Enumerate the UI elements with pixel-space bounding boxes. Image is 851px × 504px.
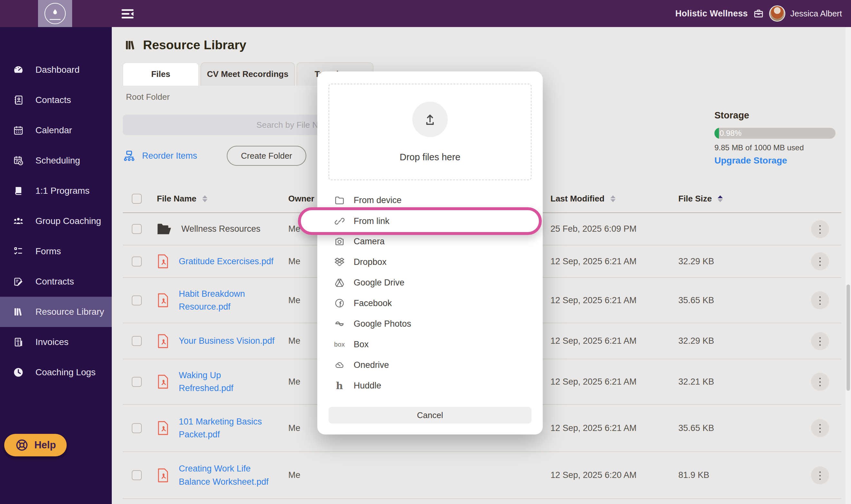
file-link[interactable]: Waking Up Refreshed.pdf <box>179 369 269 395</box>
pdf-icon <box>156 292 170 308</box>
file-link[interactable]: Habit Breakdown Resource.pdf <box>179 287 269 313</box>
file-link[interactable]: Your Business Vision.pdf <box>179 335 274 347</box>
option-box[interactable]: box Box <box>317 334 543 355</box>
option-dropbox[interactable]: Dropbox <box>317 252 543 272</box>
sidebar-toggle-icon[interactable] <box>121 8 134 19</box>
sort-icon-last-modified[interactable] <box>610 195 615 202</box>
option-facebook[interactable]: Facebook <box>317 293 543 313</box>
modified-cell: 12 Sep, 2025 6:21 AM <box>551 336 678 346</box>
sidebar-item-one-on-one-programs[interactable]: 1:1 Programs <box>0 176 112 206</box>
resource-library-icon <box>124 38 137 52</box>
option-label: Google Drive <box>354 278 404 288</box>
row-menu-button[interactable]: ⋮ <box>811 466 829 484</box>
cancel-button[interactable]: Cancel <box>329 407 532 424</box>
row-menu-button[interactable]: ⋮ <box>811 252 829 270</box>
modified-cell: 12 Sep, 2025 6:21 AM <box>551 295 678 305</box>
app-window: Holistic Wellness Jessica Albert Dashboa… <box>0 0 851 504</box>
invoices-icon: $ <box>12 336 24 348</box>
sidebar-item-forms[interactable]: Forms <box>0 236 112 267</box>
folder-name[interactable]: Wellness Resources <box>181 222 261 236</box>
sidebar-item-label: Forms <box>35 246 61 256</box>
facebook-icon <box>334 298 345 309</box>
sidebar-item-label: 1:1 Programs <box>35 186 89 196</box>
row-menu-button[interactable]: ⋮ <box>811 291 829 309</box>
row-checkbox[interactable] <box>132 295 142 305</box>
pdf-icon <box>156 374 170 390</box>
column-header-file-name[interactable]: File Name <box>151 194 288 204</box>
storage-progress-bar: 0.98% <box>714 128 836 139</box>
select-all-checkbox[interactable] <box>132 194 142 204</box>
link-icon <box>334 215 345 227</box>
sidebar-item-dashboard[interactable]: Dashboard <box>0 55 112 85</box>
tab-files[interactable]: Files <box>123 62 199 86</box>
pdf-icon <box>156 254 170 269</box>
option-label: From device <box>354 195 402 205</box>
pdf-icon <box>156 334 170 349</box>
from-link-label: From link <box>354 216 389 226</box>
create-folder-button[interactable]: Create Folder <box>227 146 306 166</box>
sort-icon-file-name[interactable] <box>202 195 207 202</box>
size-cell: 32.29 KB <box>678 256 780 267</box>
sidebar-item-invoices[interactable]: $ Invoices <box>0 327 112 357</box>
column-header-file-size[interactable]: File Size <box>678 194 780 204</box>
row-menu-button[interactable]: ⋮ <box>811 419 829 437</box>
user-avatar[interactable] <box>769 5 785 21</box>
page-title: Resource Library <box>124 38 246 52</box>
create-folder-label: Create Folder <box>241 151 292 161</box>
option-google-drive[interactable]: Google Drive <box>317 272 543 293</box>
reorder-icon <box>123 149 136 162</box>
row-checkbox[interactable] <box>132 336 142 346</box>
resource-library-icon <box>12 306 24 318</box>
row-menu-button[interactable]: ⋮ <box>811 373 829 391</box>
sidebar-item-scheduling[interactable]: Scheduling <box>0 145 112 176</box>
sort-icon-file-size[interactable] <box>718 195 723 202</box>
storage-title: Storage <box>714 110 837 121</box>
table-row: Creating Work Life Balance Worksheet.pdf… <box>123 452 841 499</box>
file-link[interactable]: Creating Work Life Balance Worksheet.pdf <box>179 462 269 488</box>
row-menu-button[interactable]: ⋮ <box>811 332 829 350</box>
sidebar-item-contracts[interactable]: Contracts <box>0 267 112 297</box>
google-photos-icon <box>334 318 345 329</box>
from-link-highlight[interactable]: From link <box>298 207 542 235</box>
row-checkbox[interactable] <box>132 470 142 480</box>
breadcrumb: Root Folder <box>126 92 170 102</box>
brand-logo[interactable] <box>38 0 72 27</box>
option-google-photos[interactable]: Google Photos <box>317 313 543 334</box>
pdf-icon <box>156 468 170 483</box>
page-scrollbar[interactable] <box>846 27 851 504</box>
sidebar-item-group-coaching[interactable]: Group Coaching <box>0 206 112 236</box>
sidebar-item-resource-library[interactable]: Resource Library <box>0 297 112 327</box>
upgrade-storage-link[interactable]: Upgrade Storage <box>714 156 837 166</box>
file-link[interactable]: Gratitude Excercises.pdf <box>179 255 274 268</box>
reorder-items-button[interactable]: Reorder Items <box>123 149 197 162</box>
dashboard-icon <box>12 64 24 76</box>
dropzone[interactable]: Drop files here <box>329 84 532 180</box>
column-header-last-modified[interactable]: Last Modified <box>551 194 678 204</box>
row-checkbox[interactable] <box>132 377 142 387</box>
row-menu-button[interactable]: ⋮ <box>811 220 829 238</box>
sidebar-item-contacts[interactable]: Contacts <box>0 85 112 115</box>
modified-cell: 12 Sep, 2025 6:21 AM <box>551 256 678 267</box>
briefcase-icon[interactable] <box>753 8 764 19</box>
modified-cell: 12 Sep, 2025 6:21 AM <box>551 423 678 433</box>
option-huddle[interactable]: h Huddle <box>317 375 543 396</box>
box-icon: box <box>334 339 345 350</box>
row-checkbox[interactable] <box>132 224 142 234</box>
help-button[interactable]: Help <box>4 434 67 456</box>
option-label: Onedrive <box>354 360 389 370</box>
clock-icon <box>12 366 24 378</box>
tab-cv-meet-recordings[interactable]: CV Meet Recordings <box>201 62 295 86</box>
onedrive-icon <box>334 359 345 371</box>
sidebar-item-label: Contacts <box>35 95 71 105</box>
lifebuoy-icon <box>15 438 29 452</box>
file-link[interactable]: 101 Marketing Basics Packet.pdf <box>179 415 269 441</box>
contracts-icon <box>12 275 24 288</box>
sidebar-item-coaching-logs[interactable]: Coaching Logs <box>0 357 112 388</box>
row-checkbox[interactable] <box>132 256 142 267</box>
sidebar-item-calendar[interactable]: Calendar <box>0 115 112 145</box>
row-checkbox[interactable] <box>132 423 142 433</box>
option-onedrive[interactable]: Onedrive <box>317 355 543 375</box>
dropbox-icon <box>334 256 345 268</box>
size-cell: 35.65 KB <box>678 295 780 305</box>
scrollbar-thumb[interactable] <box>847 285 850 391</box>
